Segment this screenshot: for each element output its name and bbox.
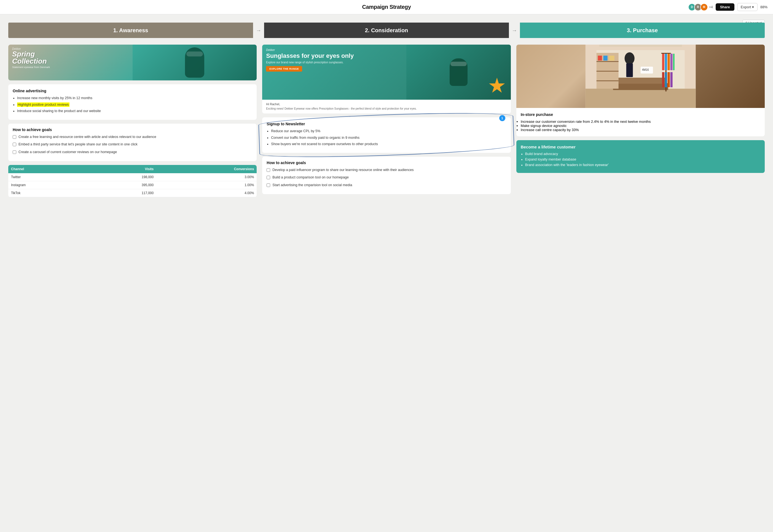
list-item: Build brand advocacy (525, 152, 760, 156)
arrow-1: → (253, 27, 264, 34)
email-preview: Hi Rachel, Exciting news! Dekker Eyewear… (262, 100, 510, 113)
checkbox-item: Build a product comparison tool on our h… (267, 175, 506, 180)
checkbox-label-2: Embed a third party service that let's p… (18, 142, 137, 147)
export-button[interactable]: Export ▾ (737, 3, 758, 11)
avatars: D R M +4 (688, 3, 713, 11)
stage-purchase-label: 3. Purchase (627, 27, 658, 34)
signup-title: Signup to Newsletter (267, 122, 506, 126)
channel-conversions: 4.00% (156, 189, 257, 197)
table-row: Twitter 198,000 3.00% (8, 173, 257, 181)
checkbox-c3[interactable] (267, 183, 270, 187)
checkbox-label-3: Create a carousel of current customer re… (18, 150, 117, 155)
checkbox-item: Create a carousel of current customer re… (13, 150, 252, 155)
awareness-goals-title: How to achieve goals (13, 127, 252, 132)
arrow-2: → (509, 27, 520, 34)
lifetime-title: Become a lifetime customer (521, 145, 760, 149)
col-channel: Channel (8, 165, 88, 173)
store-title: In-store purchase (521, 112, 760, 117)
online-ad-list: Increase new monthly visits by 25% in 12… (13, 96, 252, 114)
spring-subtitle: Statement eyewear from Denmark (12, 66, 50, 69)
list-item: Reduce our average CPL by 5% (271, 129, 506, 134)
col-conversions: Conversions (156, 165, 257, 173)
table-row: Instagram 395,000 1.00% (8, 181, 257, 189)
store-card-body: In-store purchase Increase our customer … (516, 108, 765, 136)
svg-rect-18 (596, 61, 618, 62)
checkbox-c2[interactable] (267, 176, 270, 179)
svg-rect-15 (668, 72, 670, 87)
avatar-count: +4 (709, 5, 713, 9)
sunglasses-text: Dekker Sunglasses for your eyes only Exp… (266, 48, 507, 72)
stage-awareness-header: 1. Awareness (8, 23, 253, 38)
main-content: 0 Unsorted 1. Awareness → 2. Considerati… (0, 14, 773, 203)
checkbox-c1[interactable] (267, 168, 270, 172)
channel-visits: 395,000 (88, 181, 156, 189)
consideration-goals-card: How to achieve goals Develop a paid infl… (262, 157, 510, 194)
svg-text:4M16: 4M16 (642, 68, 649, 71)
svg-rect-25 (626, 63, 633, 77)
checkbox-1[interactable] (13, 135, 16, 139)
svg-rect-22 (603, 56, 607, 61)
channel-conversions: 1.00% (156, 181, 257, 189)
column-purchase: 4M16 In-store purchase Increase our cust… (516, 45, 765, 173)
checkbox-item: Start advertising the cmparision tool on… (267, 183, 506, 188)
svg-rect-7 (661, 53, 671, 54)
explore-button[interactable]: EXPLORE THE RANGE (266, 66, 302, 72)
store-list: Increase our customer conversion rate fr… (521, 120, 760, 132)
svg-rect-10 (668, 54, 670, 70)
channel-conversions: 3.00% (156, 173, 257, 181)
svg-rect-1 (585, 89, 696, 108)
svg-rect-2 (599, 45, 682, 47)
sunglasses-sub: Explore our brand new range of stylish p… (266, 61, 398, 64)
channel-table: Channel Visits Conversions Twitter 198,0… (8, 165, 257, 197)
columns: Dekker SpringCollection Statement eyewea… (8, 45, 765, 197)
notification-badge: 1 (499, 115, 505, 121)
list-item: Brand association with the 'leaders in f… (525, 163, 760, 167)
email-body: Exciting news! Dekker Eyewear now offers… (266, 107, 507, 111)
svg-rect-9 (665, 54, 667, 70)
checkbox-2[interactable] (13, 143, 16, 146)
header-right: D R M +4 Share Export ▾ 88% (688, 3, 767, 11)
sunglasses-banner: Dekker Sunglasses for your eyes only Exp… (262, 45, 510, 100)
checkbox-label-c2: Build a product comparison tool on our h… (272, 175, 349, 180)
store-svg: 4M16 (516, 45, 765, 108)
stage-consideration-header: 2. Consideration (264, 23, 509, 38)
spring-text: Dekker SpringCollection Statement eyewea… (12, 47, 50, 69)
stages-row: 1. Awareness → 2. Consideration → 3. Pur… (8, 23, 765, 38)
zoom-level: 88% (760, 5, 767, 9)
channel-name: Twitter (8, 173, 88, 181)
signup-newsletter-card: Signup to Newsletter Reduce our average … (262, 117, 510, 153)
svg-rect-4 (613, 83, 668, 90)
page-title: Campaign Strategy (362, 4, 411, 10)
header: Campaign Strategy D R M +4 Share Export … (0, 0, 773, 14)
online-ad-title: Online advertising (13, 89, 252, 93)
svg-rect-21 (598, 56, 602, 61)
spring-banner: Dekker SpringCollection Statement eyewea… (8, 45, 257, 80)
sunglasses-email-card: Dekker Sunglasses for your eyes only Exp… (262, 45, 510, 113)
share-button[interactable]: Share (716, 3, 734, 11)
list-item: Increase our customer conversion rate fr… (521, 120, 760, 124)
sunglasses-brand: Dekker (266, 48, 507, 51)
svg-rect-16 (670, 72, 672, 87)
svg-rect-13 (662, 72, 664, 87)
svg-rect-23 (609, 56, 614, 61)
svg-rect-20 (596, 80, 618, 81)
lifetime-list: Build brand advocacy Expand loyalty memb… (521, 152, 760, 167)
list-item: Make signup device agnostic (521, 124, 760, 128)
list-item: Show buyers we're not scared to compare … (271, 142, 506, 147)
svg-point-24 (625, 52, 634, 64)
spring-brand: Dekker (12, 47, 50, 50)
spring-collection-card: Dekker SpringCollection Statement eyewea… (8, 45, 257, 80)
column-consideration: Dekker Sunglasses for your eyes only Exp… (262, 45, 510, 194)
checkbox-item: Develop a paid influencer program to sha… (267, 168, 506, 173)
checkbox-3[interactable] (13, 150, 16, 154)
stage-purchase-header: 3. Purchase (520, 23, 765, 38)
table-row: TikTok 117,000 4.00% (8, 189, 257, 197)
list-item: Expand loyalty member database (525, 158, 760, 161)
awareness-goals-card: How to achieve goals Create a free learn… (8, 124, 257, 161)
column-awareness: Dekker SpringCollection Statement eyewea… (8, 45, 257, 197)
online-advertising-card: Online advertising Increase new monthly … (8, 84, 257, 120)
svg-rect-8 (662, 54, 664, 70)
list-item: Highlight positive product reviews (17, 102, 252, 107)
stage-consideration-label: 2. Consideration (365, 27, 408, 34)
store-image: 4M16 (516, 45, 765, 108)
